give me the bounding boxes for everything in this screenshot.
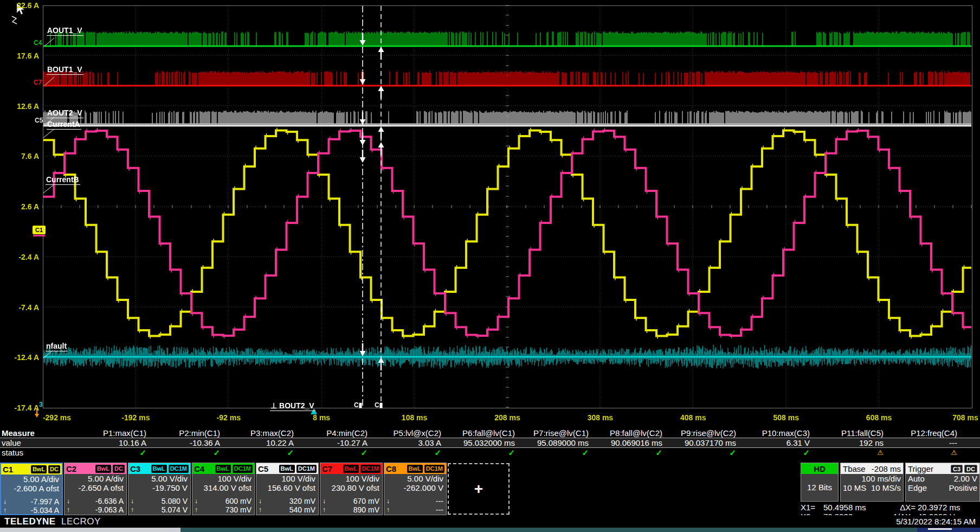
- measure-param-header[interactable]: P8:fall@lv(C2): [592, 428, 666, 438]
- trace-label-bout2v[interactable]: ⊥ BOUT2_V: [270, 401, 315, 411]
- measure-param-header[interactable]: P6:fall@lv(C1): [444, 428, 518, 438]
- x-axis-label: -92 ms: [204, 413, 253, 422]
- arrow-down-icon: ↓: [195, 497, 202, 505]
- trace-label-aout2v[interactable]: AOUT2_V: [47, 108, 83, 118]
- measure-param-header[interactable]: P7:rise@lv(C1): [518, 428, 592, 438]
- channel-max: -9.063 A: [74, 505, 124, 514]
- cursor1-marker[interactable]: C▮: [354, 401, 362, 409]
- channel-offset: -2.600 A ofst: [1, 484, 62, 493]
- brand-lecroy: LECROY: [61, 516, 101, 527]
- channel-box-c4[interactable]: C4BwLDC1M100 V/div314.00 V ofst↓600 mV↑7…: [192, 463, 255, 515]
- channel-max: 890 mV: [330, 505, 379, 514]
- channel-scale: 100 V/div: [256, 474, 318, 483]
- brand-teledyne: TELEDYNE: [4, 516, 56, 527]
- arrow-up-icon: ↑: [386, 505, 394, 514]
- channel-offset: 314.00 V ofst: [192, 483, 254, 492]
- hd-label: HD: [801, 463, 838, 474]
- cursor2-marker[interactable]: C▮: [375, 401, 383, 409]
- timebase-label: Tbase: [843, 464, 866, 473]
- x-axis-label: 208 ms: [483, 413, 532, 422]
- y-axis-label: -2.4 A: [4, 253, 39, 261]
- add-trace-box[interactable]: +: [448, 463, 510, 515]
- y-axis-label: 2.6 A: [4, 202, 39, 211]
- measure-param-header[interactable]: P5:lvl@x(C2): [371, 428, 444, 438]
- taskbar-clock-segment: [917, 528, 980, 532]
- trace-label-bout1v[interactable]: BOUT1_V: [47, 65, 83, 75]
- channel-box-c3[interactable]: C3BwLDC1M5.00 V/div-19.750 V↓5.080 V↑5.0…: [128, 463, 191, 515]
- y-axis-label: 22.6 A: [4, 1, 39, 10]
- x-axis-label: 608 ms: [855, 413, 904, 422]
- trigger-source-badge: C3: [951, 465, 963, 473]
- trace-label-bout2v-text: BOUT2_V: [279, 401, 314, 410]
- x-axis-label: -292 ms: [33, 413, 81, 422]
- y-axis-label: 12.6 A: [4, 102, 39, 111]
- measure-param-header[interactable]: P3:max(C2): [223, 428, 297, 438]
- measure-param-value: 90.069016 ms: [592, 438, 666, 447]
- y-axis-label: 7.6 A: [4, 152, 39, 161]
- x-axis-label: 8 ms: [297, 413, 346, 422]
- channel-max: -5.034 A: [11, 506, 59, 515]
- bandwidth-limit-badge: BwL: [215, 465, 231, 473]
- measure-param-header[interactable]: P9:rise@lv(C2): [666, 428, 739, 438]
- channel-scale: 5.00 V/div: [128, 474, 190, 483]
- channel-box-c2[interactable]: C2BwLDC5.00 A/div-2.650 A ofst↓-6.636 A↑…: [64, 463, 127, 515]
- channel-marker-c1[interactable]: C1: [33, 226, 46, 234]
- measure-param-header[interactable]: P1:max(C1): [76, 428, 150, 438]
- trace-label-currenta[interactable]: CurrentA: [47, 120, 81, 130]
- channel-id: C1: [3, 465, 13, 474]
- trigger-level: 2.00 V: [954, 474, 977, 483]
- measure-param-header[interactable]: P10:max(C3): [739, 428, 813, 438]
- bandwidth-limit-badge: BwL: [407, 465, 423, 473]
- timebase-box[interactable]: Tbase -208 ms 100 ms/div 10 MS 10 MS/s: [840, 463, 904, 502]
- status-ok-icon: ✓: [666, 448, 739, 457]
- channel-offset: 230.80 V ofst: [320, 483, 382, 492]
- measure-param-value: -10.36 A: [150, 438, 223, 447]
- channel-offset: -262.000 V: [384, 483, 446, 492]
- arrow-up-icon: ↑: [67, 505, 74, 514]
- offscreen-below-icon: ⊥: [270, 401, 277, 410]
- taskbar-sliver: [0, 528, 980, 532]
- channel-offset: -2.650 A ofst: [65, 483, 126, 492]
- y-axis-label: -17.4 A: [4, 403, 39, 412]
- measure-param-header[interactable]: P11:fall(C5): [813, 428, 887, 438]
- channel-min: 600 mV: [202, 497, 252, 505]
- arrow-up-icon: ↑: [323, 505, 330, 514]
- channel-marker-c7[interactable]: C7: [34, 79, 42, 86]
- status-bar: TELEDYNE LECROY 5/31/2022 8:24:15 AM: [0, 515, 980, 528]
- bandwidth-limit-badge: BwL: [279, 465, 295, 473]
- channel-box-c7[interactable]: C7BwLDC1M100 V/div230.80 V ofst↓670 mV↑8…: [320, 463, 383, 515]
- bandwidth-limit-badge: BwL: [343, 465, 359, 473]
- bandwidth-limit-badge: BwL: [151, 465, 167, 473]
- channel-box-c1[interactable]: C1BwLDC5.00 A/div-2.600 A ofst↓-7.997 A↑…: [0, 463, 63, 515]
- channel-box-c8[interactable]: C8BwLDC1M5.00 V/div-262.000 V↓---↑---: [384, 463, 447, 515]
- channel-id: C4: [194, 464, 204, 473]
- timebase-samplerate: 10 MS/s: [871, 483, 901, 492]
- channel-box-c5[interactable]: C5BwLDC1M100 V/div156.60 V ofst↓320 mV↑5…: [256, 463, 319, 515]
- trace-label-currentb[interactable]: CurrentB: [46, 175, 80, 185]
- channel-scale: 5.00 A/div: [1, 475, 62, 484]
- trigger-box[interactable]: Trigger C3 DC Auto 2.00 V Edge Positive: [905, 463, 980, 502]
- arrow-down-icon: ↓: [131, 497, 138, 505]
- channel-marker-c5[interactable]: C5: [35, 117, 43, 124]
- teledyne-lecroy-logo: TELEDYNE LECROY: [4, 516, 101, 527]
- measure-param-value: 10.22 A: [223, 438, 297, 447]
- measure-param-header[interactable]: P12:freq(C4): [887, 428, 960, 438]
- measure-row-label: Measure: [0, 428, 76, 438]
- channel-marker-c4[interactable]: C4: [34, 39, 42, 47]
- trigger-label: Trigger: [908, 464, 933, 473]
- measure-param-header[interactable]: P4:min(C2): [297, 428, 371, 438]
- coupling-badge: DC1M: [296, 465, 317, 473]
- channel-marker-c2[interactable]: [33, 235, 45, 236]
- plus-icon: +: [474, 480, 483, 498]
- channel-scale: 5.00 V/div: [384, 474, 446, 483]
- coupling-badge: DC1M: [169, 465, 189, 473]
- coupling-badge: DC1M: [360, 465, 381, 473]
- trace-label-nfault[interactable]: nfault: [46, 342, 68, 351]
- arrow-up-icon: ↑: [131, 505, 138, 514]
- measure-param-header[interactable]: P2:min(C1): [150, 428, 223, 438]
- offscreen-channel-digit: 3: [39, 401, 43, 408]
- trace-label-aout1v[interactable]: AOUT1_V: [47, 26, 83, 36]
- channel-id: C7: [322, 464, 332, 473]
- hd-mode-box[interactable]: HD 12 Bits: [801, 463, 839, 502]
- y-axis-label: -12.4 A: [4, 353, 39, 362]
